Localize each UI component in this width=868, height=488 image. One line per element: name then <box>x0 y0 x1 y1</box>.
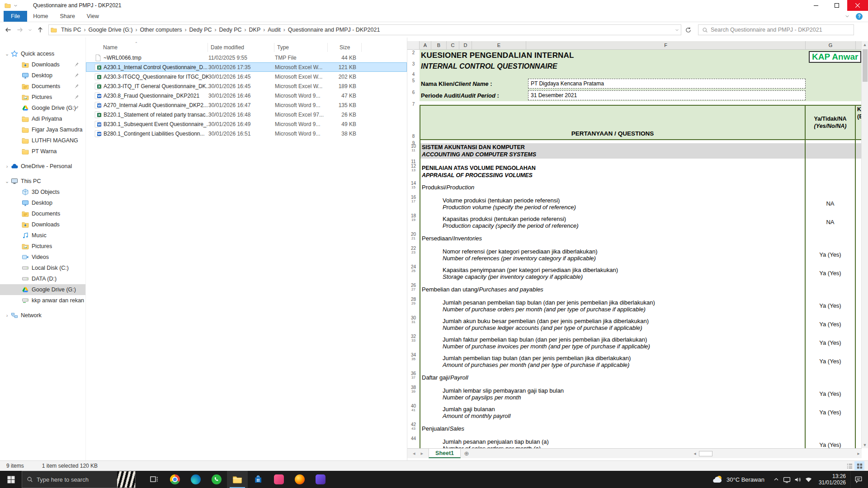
field-value-box[interactable]: 31 Desember 2021 <box>528 90 806 100</box>
row-number-38[interactable]: 3839 <box>407 385 420 403</box>
start-button[interactable] <box>0 471 22 488</box>
search-highlight-zebra-image[interactable] <box>117 471 135 488</box>
row-number-30[interactable]: 3031 <box>407 315 420 333</box>
maximize-button[interactable] <box>826 0 847 11</box>
column-header-c[interactable]: C <box>447 41 459 49</box>
row-number-40[interactable]: 4041 <box>407 403 420 422</box>
close-button[interactable] <box>847 0 868 11</box>
sidebar-item-pictures[interactable]: Pictures <box>0 92 85 103</box>
column-header-date-modified[interactable]: Date modified <box>208 43 274 52</box>
pink-app-icon[interactable] <box>269 471 289 488</box>
back-icon[interactable] <box>5 26 12 33</box>
chevron-right-icon[interactable]: › <box>4 164 10 169</box>
menu-view[interactable]: View <box>81 11 105 22</box>
row-number-26[interactable]: 2627 <box>407 282 420 296</box>
hscroll-thumb[interactable] <box>699 451 712 456</box>
breadcrumb-item-other-computers[interactable]: Other computers <box>137 26 184 34</box>
sheet-horizontal-scrollbar[interactable]: ◂ ▸ <box>692 449 862 458</box>
vscroll-down-icon[interactable]: ▼ <box>862 441 868 448</box>
sidebar-item-data-d[interactable]: DATA (D:) <box>0 273 85 284</box>
row-number-8[interactable]: 8 <box>407 105 420 140</box>
chrome-icon[interactable] <box>165 471 185 488</box>
breadcrumb-item-audit[interactable]: Audit <box>265 26 283 34</box>
file-row-b220-1-statement-of-related-party-transac[interactable]: XB220.1_Statement of related party trans… <box>86 110 407 119</box>
help-icon[interactable]: ? <box>856 13 863 20</box>
row-number-2[interactable]: 2 <box>407 50 420 61</box>
row-number-9[interactable]: 9 <box>407 140 420 143</box>
row-number-11[interactable]: 11 <box>407 159 420 163</box>
refresh-icon[interactable] <box>685 27 692 33</box>
taskbar-search-input[interactable] <box>37 476 104 483</box>
row-number-44[interactable]: 44 <box>407 436 420 448</box>
up-icon[interactable] <box>37 26 44 33</box>
column-header-f[interactable]: F <box>526 41 806 49</box>
taskbar-clock[interactable]: 13:26 31/01/2026 <box>814 473 850 486</box>
sidebar-item-google-drive-g[interactable]: Google Drive (G:) <box>0 103 85 113</box>
sheet-nav-left-icon[interactable]: ◂ <box>413 450 415 456</box>
row-number-16[interactable]: 1617 <box>407 194 420 213</box>
chevron-down-icon[interactable]: ⌄ <box>4 51 10 57</box>
column-header-b[interactable]: B <box>431 41 447 49</box>
sidebar-item-desktop[interactable]: Desktop <box>0 197 85 208</box>
add-sheet-icon[interactable]: ⊕ <box>461 449 472 458</box>
sidebar-item-adi-priyatna[interactable]: Adi Priyatna <box>0 113 85 124</box>
hscroll-left-icon[interactable]: ◂ <box>692 451 698 456</box>
chevron-right-icon[interactable]: › <box>4 313 10 318</box>
weather-widget[interactable]: 30°C Berawan <box>706 474 771 485</box>
microsoft-store-icon[interactable] <box>248 471 269 488</box>
chevron-down-icon[interactable]: ⌄ <box>4 178 10 184</box>
file-row-b230-1-subsequent-event-questionnaire[interactable]: WB230.1_Subsequent Event Questionnaire_.… <box>86 119 407 129</box>
sheet-nav-right-icon[interactable]: ▸ <box>421 450 424 456</box>
menu-file[interactable]: File <box>4 11 27 22</box>
edge-icon[interactable] <box>185 471 206 488</box>
row-number-5[interactable]: 5 <box>407 78 420 89</box>
row-number-6[interactable]: 6 <box>407 89 420 101</box>
recent-locations-caret-icon[interactable] <box>28 28 32 32</box>
task-view-icon[interactable] <box>144 471 165 488</box>
sidebar-item-onedrive-personal[interactable]: ›OneDrive - Personal <box>0 161 85 172</box>
sidebar-item-videos[interactable]: Videos <box>0 252 85 263</box>
row-number-7[interactable]: 7 <box>407 101 420 105</box>
column-header-type[interactable]: Type <box>274 43 328 52</box>
display-icon[interactable] <box>782 471 793 488</box>
sidebar-item-documents[interactable]: Documents <box>0 81 85 92</box>
details-view-icon[interactable] <box>844 461 854 470</box>
file-row-wrl0066-tmp[interactable]: ~WRL0066.tmp11/02/2025 9:55TMP File44 KB <box>86 53 407 62</box>
row-number-4[interactable]: 4 <box>407 71 420 78</box>
row-number-20[interactable]: 2021 <box>407 231 420 245</box>
taskbar-search-box[interactable] <box>22 471 136 488</box>
sheet-tab-sheet1[interactable]: Sheet1 <box>429 449 461 458</box>
chevron-up-icon[interactable] <box>771 471 782 488</box>
large-icons-view-icon[interactable] <box>854 461 864 470</box>
breadcrumb-item-dedy-pc[interactable]: Dedy PC <box>217 26 244 34</box>
quick-access-toolbar-caret-icon[interactable] <box>14 4 18 8</box>
column-header-g[interactable]: G <box>806 41 856 49</box>
sidebar-item-this-pc[interactable]: ⌄This PC <box>0 176 85 187</box>
network-icon[interactable] <box>803 471 814 488</box>
sidebar-item-pt-warna[interactable]: PT Warna <box>0 146 85 157</box>
sidebar-item-quick-access[interactable]: ⌄Quick access <box>0 48 85 59</box>
column-header-d[interactable]: D <box>459 41 472 49</box>
sidebar-item-luthfi-magang[interactable]: LUTHFI MAGANG <box>0 135 85 146</box>
row-number-12[interactable]: 1213 <box>407 163 420 180</box>
sidebar-item-desktop[interactable]: Desktop <box>0 70 85 81</box>
row-number-3[interactable]: 3 <box>407 61 420 71</box>
breadcrumb-item-dkp[interactable]: DKP <box>247 26 263 34</box>
breadcrumb-item-this-pc[interactable]: This PC <box>59 26 83 34</box>
sidebar-item-figar-jaya-samudra[interactable]: Figar Jaya Samudra <box>0 124 85 135</box>
file-row-a230-8-fraud-questionnaire-dkp2021[interactable]: WA230.8_Fraud Questionnaire_DKP202130/01… <box>86 91 407 100</box>
menu-home[interactable]: Home <box>27 11 54 22</box>
field-value-box[interactable]: PT Digdaya Kencana Pratama <box>528 79 806 89</box>
firefox-icon[interactable] <box>289 471 310 488</box>
column-header-name[interactable]: Name⌃ <box>86 43 208 52</box>
column-header-e[interactable]: E <box>472 41 526 49</box>
row-number-42[interactable]: 4243 <box>407 422 420 436</box>
breadcrumb-item-dedy-pc[interactable]: Dedy PC <box>187 26 214 34</box>
file-row-a230-3-itq-it-general-questionnaire-dk[interactable]: XA230.3-ITQ_IT General Questionnaire_DK.… <box>86 81 407 91</box>
vscroll-up-icon[interactable]: ▲ <box>862 41 868 48</box>
row-number-34[interactable]: 3435 <box>407 352 420 371</box>
volume-icon[interactable] <box>793 471 803 488</box>
address-box[interactable]: This PC›Google Drive (G:)›Other computer… <box>48 24 681 35</box>
row-number-18[interactable]: 1819 <box>407 213 420 231</box>
menu-share[interactable]: Share <box>54 11 81 22</box>
